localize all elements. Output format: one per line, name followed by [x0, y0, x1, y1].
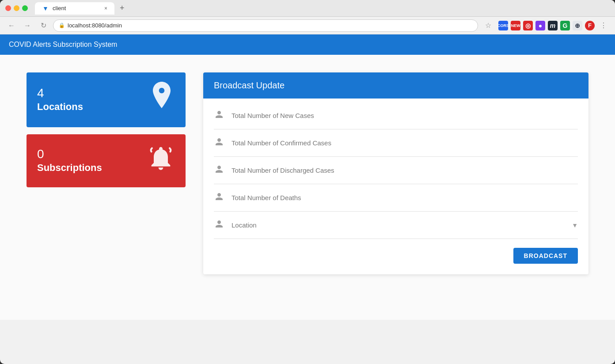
forward-button[interactable]: →: [21, 19, 34, 32]
confirmed-cases-input[interactable]: [232, 139, 578, 147]
confirmed-cases-field: [214, 129, 578, 157]
deaths-field: [214, 184, 578, 212]
browser-toolbar: ← → ↻ 🔒 localhost:8080/admin ☆ CORS NEW …: [0, 17, 615, 34]
browser-window: ▼ client × + ← → ↻ 🔒 localhost:8080/admi…: [0, 0, 615, 364]
close-button[interactable]: [5, 5, 11, 11]
locations-count: 4: [37, 87, 83, 99]
new-cases-field: [214, 102, 578, 129]
location-select-wrapper: Location ▼: [232, 221, 578, 229]
subscriptions-card: 0 Subscriptions: [27, 134, 186, 187]
deaths-input[interactable]: [232, 194, 578, 201]
tab-close-button[interactable]: ×: [104, 5, 107, 11]
ext3-icon[interactable]: ◎: [523, 21, 533, 30]
address-bar[interactable]: 🔒 localhost:8080/admin: [53, 19, 478, 32]
app-content: 4 Locations 0 Subscriptions: [0, 55, 615, 320]
tab-favicon-icon: ▼: [42, 5, 49, 12]
discharged-cases-input[interactable]: [232, 167, 578, 174]
bookmark-icon[interactable]: ☆: [485, 21, 491, 30]
ext8-icon[interactable]: F: [585, 21, 595, 30]
subscriptions-label: Subscriptions: [37, 162, 102, 174]
locations-info: 4 Locations: [37, 87, 83, 113]
person-icon-2: [214, 137, 224, 148]
ext7-icon[interactable]: ⊕: [573, 21, 582, 30]
url-text: localhost:8080/admin: [68, 22, 122, 29]
ext5-icon[interactable]: m: [548, 21, 558, 30]
new-cases-input[interactable]: [232, 112, 578, 119]
broadcast-header: Broadcast Update: [203, 72, 588, 99]
back-button[interactable]: ←: [5, 19, 18, 32]
tab-title: client: [53, 5, 66, 11]
discharged-cases-field: [214, 157, 578, 184]
cors-extension-icon[interactable]: CORS: [498, 21, 508, 30]
traffic-lights: [5, 5, 28, 11]
locations-card: 4 Locations: [27, 72, 186, 127]
ext6-icon[interactable]: G: [560, 21, 570, 30]
lock-icon: 🔒: [59, 23, 65, 28]
person-icon-1: [214, 110, 224, 121]
app-header: COVID Alerts Subscription System: [0, 34, 615, 55]
location-pin-icon: [148, 81, 175, 118]
ext4-icon[interactable]: ●: [535, 21, 545, 30]
broadcast-footer: BROADCAST: [214, 239, 578, 264]
new-tab-button[interactable]: +: [116, 4, 128, 13]
tab-bar: ▼ client × +: [35, 2, 610, 15]
more-options-button[interactable]: ⋮: [597, 19, 610, 32]
minimize-button[interactable]: [14, 5, 19, 11]
browser-titlebar: ▼ client × +: [0, 0, 615, 17]
subscriptions-info: 0 Subscriptions: [37, 148, 102, 174]
chevron-down-icon: ▼: [572, 222, 578, 229]
left-panel: 4 Locations 0 Subscriptions: [27, 72, 186, 187]
reload-button[interactable]: ↻: [37, 19, 49, 32]
broadcast-title: Broadcast Update: [214, 80, 285, 90]
person-icon-4: [214, 192, 224, 203]
broadcast-panel: Broadcast Update: [203, 72, 588, 274]
new-extension-icon[interactable]: NEW: [511, 21, 520, 30]
broadcast-button[interactable]: BROADCAST: [513, 248, 578, 264]
active-tab[interactable]: ▼ client ×: [35, 2, 114, 15]
subscriptions-count: 0: [37, 148, 102, 160]
maximize-button[interactable]: [22, 5, 28, 11]
location-select[interactable]: Location: [232, 221, 568, 229]
app-title: COVID Alerts Subscription System: [9, 41, 117, 48]
person-icon-5: [214, 220, 224, 231]
person-icon-3: [214, 165, 224, 176]
locations-label: Locations: [37, 101, 83, 113]
bell-icon: [147, 144, 175, 178]
browser-extensions: CORS NEW ◎ ● m G ⊕ F ⋮: [498, 19, 610, 32]
location-field: Location ▼: [214, 212, 578, 239]
broadcast-body: Location ▼ BROADCAST: [203, 99, 588, 274]
